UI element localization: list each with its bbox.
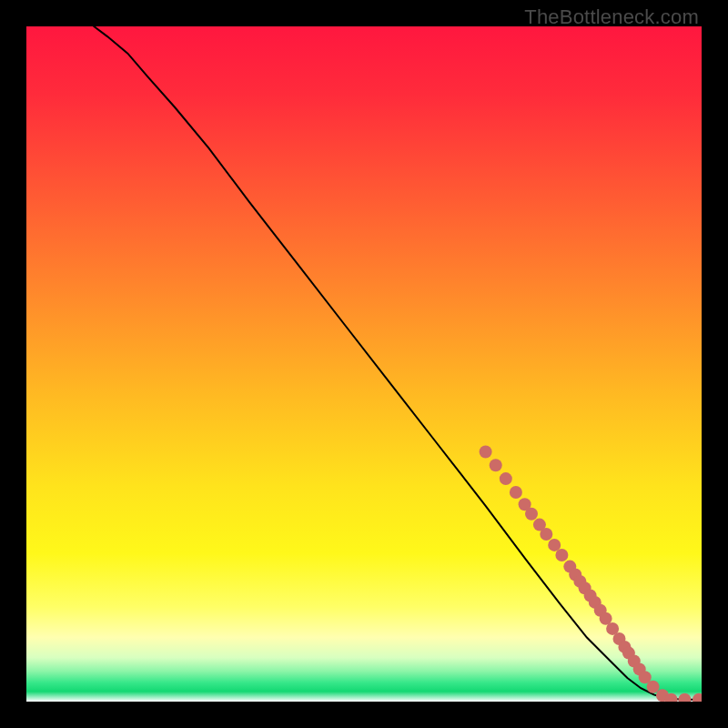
chart-plot-area	[26, 26, 702, 702]
data-marker	[480, 446, 492, 459]
chart-svg	[26, 26, 702, 702]
data-marker	[490, 459, 502, 471]
data-marker	[525, 508, 538, 521]
data-marker	[555, 549, 568, 561]
data-marker	[548, 539, 561, 551]
data-marker	[500, 472, 512, 485]
data-marker	[540, 528, 552, 541]
data-marker	[647, 681, 660, 693]
data-marker	[510, 486, 522, 499]
